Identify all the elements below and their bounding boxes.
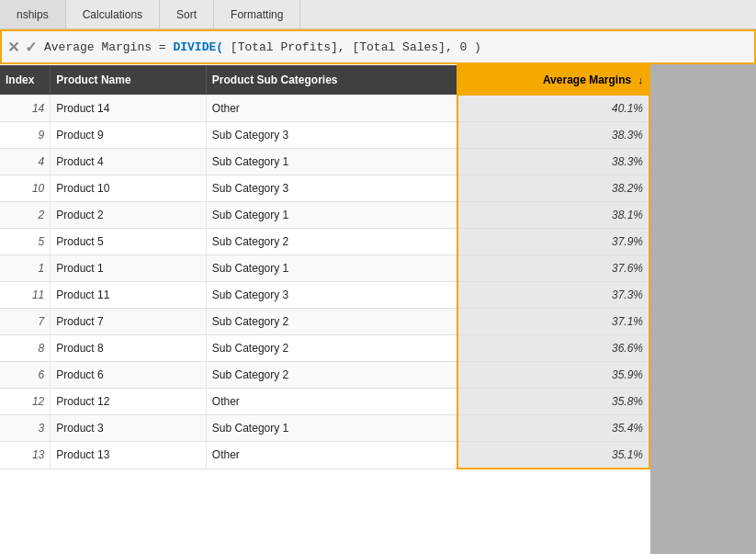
table-row: 1Product 1Sub Category 137.6%: [0, 255, 649, 282]
cell-sub-category: Sub Category 1: [206, 202, 457, 229]
cell-sub-category: Sub Category 2: [206, 309, 457, 335]
nav-tab-calculations[interactable]: Calculations: [66, 0, 160, 28]
confirm-icon[interactable]: ✓: [25, 39, 37, 56]
cell-sub-category: Sub Category 3: [206, 175, 457, 202]
cell-avg-margin: 35.4%: [457, 415, 649, 442]
cell-product: Product 11: [51, 282, 207, 309]
cell-index: 11: [0, 282, 51, 309]
formula-args: [Total Profits], [Total Sales], 0 ): [223, 40, 481, 54]
cell-index: 12: [0, 389, 51, 415]
formula-icons: ✕ ✓: [7, 39, 37, 56]
nav-tab-formatting[interactable]: Formatting: [214, 0, 300, 28]
cell-sub-category: Sub Category 1: [206, 149, 457, 175]
cell-avg-margin: 38.2%: [457, 175, 649, 202]
cell-index: 14: [0, 95, 51, 122]
nav-tab-formatting-label: Formatting: [231, 8, 283, 21]
cell-product: Product 10: [51, 175, 207, 202]
cell-index: 2: [0, 202, 51, 229]
table-row: 14Product 14Other40.1%: [0, 95, 649, 122]
formula-function: DIVIDE(: [173, 40, 223, 54]
cell-index: 5: [0, 229, 51, 255]
table-row: 13Product 13Other35.1%: [0, 442, 649, 469]
cell-product: Product 4: [51, 149, 207, 175]
header-average-margins[interactable]: Average Margins ↓: [457, 65, 649, 95]
cell-index: 10: [0, 175, 51, 202]
cell-sub-category: Sub Category 3: [206, 282, 457, 309]
cell-avg-margin: 38.1%: [457, 202, 649, 229]
formula-plain-text: Average Margins =: [44, 40, 173, 54]
cell-sub-category: Sub Category 1: [206, 415, 457, 442]
cell-sub-category: Other: [206, 389, 457, 415]
formula-text[interactable]: Average Margins = DIVIDE( [Total Profits…: [44, 40, 749, 54]
cell-index: 4: [0, 149, 51, 175]
cell-product: Product 8: [51, 335, 207, 362]
cancel-icon[interactable]: ✕: [7, 39, 19, 56]
table-row: 7Product 7Sub Category 237.1%: [0, 309, 649, 335]
cell-product: Product 14: [51, 95, 207, 122]
cell-avg-margin: 40.1%: [457, 95, 649, 122]
cell-avg-margin: 38.3%: [457, 122, 649, 149]
header-index: Index: [0, 65, 51, 95]
header-sub-categories: Product Sub Categories: [206, 65, 457, 95]
cell-index: 13: [0, 442, 51, 469]
cell-product: Product 5: [51, 229, 207, 255]
cell-sub-category: Sub Category 2: [206, 335, 457, 362]
cell-avg-margin: 37.9%: [457, 229, 649, 255]
table-row: 11Product 11Sub Category 337.3%: [0, 282, 649, 309]
cell-avg-margin: 35.9%: [457, 362, 649, 389]
cell-index: 3: [0, 415, 51, 442]
cell-avg-margin: 37.1%: [457, 309, 649, 335]
table-row: 6Product 6Sub Category 235.9%: [0, 362, 649, 389]
table-row: 8Product 8Sub Category 236.6%: [0, 335, 649, 362]
table-row: 10Product 10Sub Category 338.2%: [0, 175, 649, 202]
table-row: 3Product 3Sub Category 135.4%: [0, 415, 649, 442]
table-row: 2Product 2Sub Category 138.1%: [0, 202, 649, 229]
table-row: 5Product 5Sub Category 237.9%: [0, 229, 649, 255]
cell-sub-category: Other: [206, 442, 457, 469]
table-row: 12Product 12Other35.8%: [0, 389, 649, 415]
nav-tab-sort[interactable]: Sort: [160, 0, 214, 28]
cell-product: Product 1: [51, 255, 207, 282]
top-nav: nships Calculations Sort Formatting: [0, 0, 756, 29]
cell-index: 8: [0, 335, 51, 362]
cell-index: 7: [0, 309, 51, 335]
cell-avg-margin: 35.1%: [457, 442, 649, 469]
cell-sub-category: Sub Category 2: [206, 229, 457, 255]
nav-tab-calculations-label: Calculations: [83, 8, 142, 21]
table-row: 4Product 4Sub Category 138.3%: [0, 149, 649, 175]
cell-avg-margin: 37.6%: [457, 255, 649, 282]
table-row: 9Product 9Sub Category 338.3%: [0, 122, 649, 149]
cell-avg-margin: 36.6%: [457, 335, 649, 362]
nav-tab-nships[interactable]: nships: [0, 0, 66, 28]
header-product-name: Product Name: [51, 65, 207, 95]
cell-index: 6: [0, 362, 51, 389]
cell-product: Product 13: [51, 442, 207, 469]
cell-index: 1: [0, 255, 51, 282]
table-wrapper: Index Product Name Product Sub Categorie…: [0, 64, 650, 554]
right-panel: [650, 64, 756, 554]
cell-index: 9: [0, 122, 51, 149]
cell-avg-margin: 37.3%: [457, 282, 649, 309]
cell-avg-margin: 35.8%: [457, 389, 649, 415]
nav-tab-nships-label: nships: [17, 8, 49, 21]
cell-sub-category: Sub Category 1: [206, 255, 457, 282]
cell-product: Product 6: [51, 362, 207, 389]
cell-avg-margin: 38.3%: [457, 149, 649, 175]
cell-product: Product 7: [51, 309, 207, 335]
sort-arrow-icon: ↓: [638, 74, 644, 85]
data-table: Index Product Name Product Sub Categorie…: [0, 64, 650, 469]
cell-product: Product 12: [51, 389, 207, 415]
cell-product: Product 2: [51, 202, 207, 229]
cell-product: Product 9: [51, 122, 207, 149]
cell-sub-category: Sub Category 3: [206, 122, 457, 149]
nav-tab-sort-label: Sort: [176, 8, 197, 21]
cell-product: Product 3: [51, 415, 207, 442]
formula-bar: ✕ ✓ Average Margins = DIVIDE( [Total Pro…: [0, 29, 756, 64]
main-content: Index Product Name Product Sub Categorie…: [0, 64, 756, 554]
cell-sub-category: Other: [206, 95, 457, 122]
cell-sub-category: Sub Category 2: [206, 362, 457, 389]
